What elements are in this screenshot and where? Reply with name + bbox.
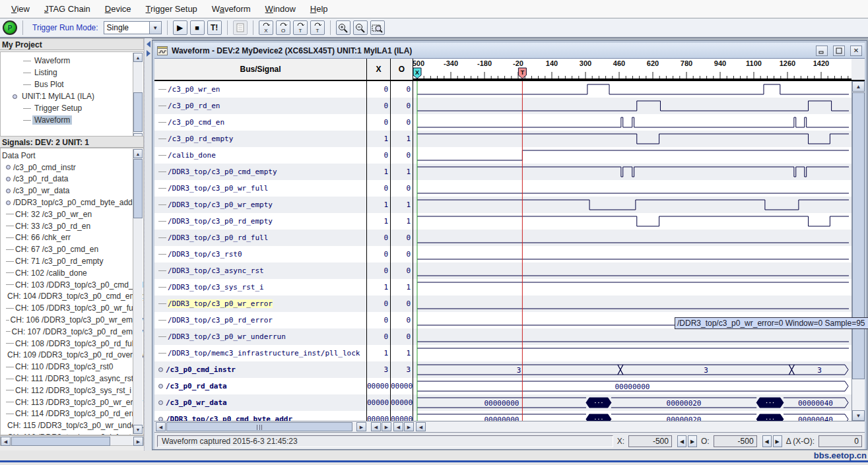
zoom-area-button[interactable] bbox=[370, 20, 385, 35]
signal-list-item[interactable]: CH: 110 /DDR3_top/c3_rst0 bbox=[1, 361, 143, 373]
scrollbar-thumb[interactable] bbox=[133, 92, 143, 132]
column-header-x[interactable]: X bbox=[367, 59, 391, 80]
signal-list-item[interactable]: CH: 111 /DDR3_top/c3_async_rst bbox=[1, 373, 143, 385]
signal-list-item[interactable]: CH: 103 /DDR3_top/c3_p0_cmd_full bbox=[1, 279, 143, 291]
signal-list-item[interactable]: /c3_p0_wr_data bbox=[1, 185, 143, 197]
signal-list-item[interactable]: CH: 71 /c3_p0_rd_empty bbox=[1, 255, 143, 267]
sample-prev-icon[interactable]: ◀ bbox=[416, 422, 426, 431]
signal-name-cell[interactable]: /DDR3_top/c3_sys_rst_i bbox=[154, 279, 367, 295]
signal-list-item[interactable]: CH: 102 /calib_done bbox=[1, 267, 143, 279]
menu-item-waveform[interactable]: Waveform bbox=[205, 1, 258, 17]
signal-list-item[interactable]: CH: 67 /c3_p0_cmd_en bbox=[1, 243, 143, 255]
x-increment-icon[interactable]: ▶ bbox=[688, 435, 697, 447]
scroll-down-icon[interactable]: ▼ bbox=[852, 410, 865, 421]
signal-name-cell[interactable]: /DDR3_top/c3_p0_wr_empty bbox=[154, 197, 367, 213]
signal-name-cell[interactable]: /c3_p0_wr_en bbox=[154, 81, 367, 98]
menu-item-help[interactable]: Help bbox=[303, 1, 335, 17]
scroll-up-icon[interactable]: ▲ bbox=[852, 81, 865, 92]
signal-list-item[interactable]: Data Port bbox=[1, 150, 143, 162]
page-prev-icon[interactable]: ◀ bbox=[371, 422, 381, 431]
window-prev-icon[interactable]: ◀ bbox=[393, 422, 403, 431]
sidebar-item-listing[interactable]: Listing bbox=[13, 67, 143, 78]
signals-list-hscrollbar[interactable]: ◀ ▶ bbox=[0, 435, 144, 446]
signal-list-item[interactable]: CH: 105 /DDR3_top/c3_p0_wr_full bbox=[1, 302, 143, 314]
menu-item-view[interactable]: View bbox=[4, 1, 37, 17]
scroll-down-icon[interactable]: ▼ bbox=[133, 425, 143, 434]
expand-right-icon[interactable] bbox=[147, 50, 150, 57]
signal-name-cell[interactable]: /DDR3_top/c3_rst0 bbox=[154, 246, 367, 263]
scrollbar-thumb[interactable] bbox=[852, 92, 865, 379]
maximize-button[interactable] bbox=[833, 46, 845, 56]
sidebar-item-trigger-setup[interactable]: Trigger Setup bbox=[13, 102, 143, 114]
signal-name-cell[interactable]: /c3_p0_wr_data bbox=[154, 394, 367, 411]
sidebar-item-waveform[interactable]: Waveform bbox=[13, 114, 143, 126]
signal-list-item[interactable]: CH: 115 /DDR3_top/c3_p0_wr_underrun bbox=[1, 419, 143, 431]
project-tree-scrollbar[interactable]: ▲ ▼ bbox=[133, 53, 143, 142]
o-increment-icon[interactable]: ▶ bbox=[773, 435, 782, 447]
menu-item-jtag-chain[interactable]: JTAG Chain bbox=[37, 1, 98, 17]
trigger-immediate-button[interactable]: T! bbox=[207, 20, 222, 35]
scroll-up-icon[interactable]: ▲ bbox=[133, 53, 143, 62]
signal-name-cell[interactable]: /c3_p0_rd_en bbox=[154, 98, 367, 114]
signal-list-item[interactable]: CH: 106 /DDR3_top/c3_p0_wr_empty bbox=[1, 314, 143, 326]
waveform-vscrollbar[interactable]: ▲ ▼ bbox=[851, 81, 865, 421]
scrollbar-thumb[interactable] bbox=[11, 437, 110, 446]
signals-list-scrollbar[interactable]: ▲ ▼ bbox=[133, 149, 143, 434]
signal-list-item[interactable]: CH: 32 /c3_p0_wr_en bbox=[1, 208, 143, 220]
scroll-up-icon[interactable]: ▲ bbox=[133, 149, 143, 158]
signal-list-item[interactable]: CH: 114 /DDR3_top/c3_p0_rd_error bbox=[1, 408, 143, 420]
goto-x-marker-button[interactable]: X bbox=[259, 20, 273, 35]
device-power-button[interactable]: P bbox=[3, 20, 17, 35]
signal-name-cell[interactable]: /DDR3_top/c3_p0_wr_underrun bbox=[154, 328, 367, 345]
signal-name-cell[interactable]: /calib_done bbox=[154, 147, 367, 164]
signal-name-cell[interactable]: /c3_p0_cmd_instr bbox=[154, 361, 367, 378]
x-decrement-icon[interactable]: ◀ bbox=[677, 435, 686, 447]
signal-name-cell[interactable]: /DDR3_top/c3_p0_rd_full bbox=[154, 230, 367, 246]
collapse-left-icon[interactable] bbox=[147, 41, 150, 47]
stop-trigger-button[interactable]: ■ bbox=[190, 20, 205, 35]
signal-list-item[interactable]: /c3_p0_cmd_instr bbox=[1, 162, 143, 173]
signal-list-item[interactable]: CH: 104 /DDR3_top/c3_p0_cmd_empty bbox=[1, 291, 143, 303]
goto-t-marker-button[interactable]: T bbox=[293, 20, 308, 35]
signal-list-item[interactable]: CH: 112 /DDR3_top/c3_sys_rst_i bbox=[1, 385, 143, 396]
signal-list-item[interactable]: CH: 107 /DDR3_top/c3_p0_rd_empty bbox=[1, 326, 143, 338]
signal-name-cell[interactable]: /DDR3_top/c3_p0_rd_empty bbox=[154, 213, 367, 230]
zoom-out-button[interactable] bbox=[353, 20, 368, 35]
menu-item-trigger-setup[interactable]: Trigger Setup bbox=[139, 1, 205, 17]
signal-list-item[interactable]: CH: 66 /chk_err bbox=[1, 232, 143, 244]
signal-list-item[interactable]: /DDR3_top/c3_p0_cmd_byte_addr bbox=[1, 197, 143, 208]
scroll-left-icon[interactable]: ◀ bbox=[1, 437, 11, 446]
sidebar-item-waveform[interactable]: Waveform bbox=[13, 55, 143, 67]
signal-list-item[interactable]: CH: 108 /DDR3_top/c3_p0_rd_full bbox=[1, 338, 143, 350]
window-next-icon[interactable]: ▶ bbox=[404, 422, 414, 431]
o-position-field[interactable]: -500 bbox=[714, 435, 757, 447]
trigger-run-mode-select[interactable]: Single ▼ bbox=[104, 21, 162, 34]
scroll-left-icon[interactable]: ◀ bbox=[156, 422, 166, 431]
signal-name-cell[interactable]: /DDR3_top/c3_async_rst bbox=[154, 263, 367, 279]
signal-name-cell[interactable]: /DDR3_top/c3_p0_wr_full bbox=[154, 180, 367, 197]
menu-item-device[interactable]: Device bbox=[98, 1, 139, 17]
signal-name-cell[interactable]: /c3_p0_rd_data bbox=[154, 378, 367, 394]
export-button[interactable] bbox=[233, 20, 248, 35]
signal-name-cell[interactable]: /DDR3_top/c3_p0_cmd_empty bbox=[154, 164, 367, 180]
goto-o-marker-button[interactable]: O bbox=[276, 20, 290, 35]
goto-t-marker-2-button[interactable]: T bbox=[310, 20, 325, 35]
panel-splitter[interactable] bbox=[144, 38, 152, 450]
zoom-in-button[interactable] bbox=[336, 20, 351, 35]
page-next-icon[interactable]: ▶ bbox=[382, 422, 391, 431]
minimize-button[interactable] bbox=[816, 46, 828, 56]
column-header-o[interactable]: O bbox=[391, 59, 413, 80]
signal-name-cell[interactable]: /DDR3_top/c3_p0_cmd_byte_addr bbox=[154, 411, 367, 421]
signal-name-cell[interactable]: /DDR3_top/c3_p0_rd_error bbox=[154, 312, 367, 328]
waveform-window-titlebar[interactable]: Waveform - DEV:2 MyDevice2 (XC6SLX45T) U… bbox=[154, 43, 865, 59]
signal-name-cell[interactable]: /c3_p0_rd_empty bbox=[154, 131, 367, 147]
scroll-right-icon[interactable]: ▶ bbox=[356, 422, 366, 431]
signal-list-item[interactable]: CH: 33 /c3_p0_rd_en bbox=[1, 220, 143, 232]
column-header-bus-signal[interactable]: Bus/Signal bbox=[154, 59, 367, 80]
signal-name-cell[interactable]: /c3_p0_cmd_en bbox=[154, 114, 367, 131]
scroll-right-icon[interactable]: ▶ bbox=[133, 437, 143, 446]
x-position-field[interactable]: -500 bbox=[628, 435, 672, 447]
sidebar-item-unit-1-myila1-ila-[interactable]: UNIT:1 MyILA1 (ILA) bbox=[13, 90, 143, 102]
signal-list-item[interactable]: CH: 109 /DDR3_top/c3_p0_rd_overflow bbox=[1, 350, 143, 361]
signal-list-item[interactable]: CH: 113 /DDR3_top/c3_p0_wr_error bbox=[1, 396, 143, 408]
